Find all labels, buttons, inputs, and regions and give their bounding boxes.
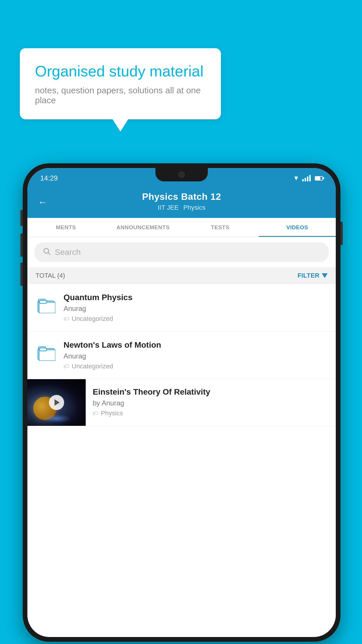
svg-rect-5 (40, 300, 47, 303)
back-button[interactable]: ← (38, 197, 47, 207)
bubble-subtitle: notes, question papers, solutions all at… (35, 85, 206, 105)
tag-icon: 🏷 (93, 410, 99, 417)
filter-bar: TOTAL (4) FILTER (27, 267, 336, 284)
item-author: Anurag (64, 352, 328, 360)
tab-videos[interactable]: VIDEOS (259, 218, 336, 237)
item-title: Newton's Laws of Motion (64, 340, 328, 350)
list-item[interactable]: Newton's Laws of Motion Anurag 🏷 Uncateg… (27, 332, 336, 379)
item-author: by Anurag (93, 399, 329, 407)
play-button[interactable] (49, 395, 64, 410)
item-title: Quantum Physics (64, 293, 328, 302)
list-item-thumb[interactable]: Einstein's Theory Of Relativity by Anura… (27, 379, 336, 426)
volume-down-button (20, 233, 23, 257)
status-icons: ▼ (293, 174, 323, 182)
tag-icon: 🏷 (64, 363, 69, 370)
phone-mockup: 14:29 ▼ (23, 163, 340, 642)
svg-rect-4 (39, 302, 55, 313)
item-tag: 🏷 Uncategorized (64, 315, 328, 323)
phone-screen: 14:29 ▼ (27, 168, 336, 637)
filter-button[interactable]: FILTER (298, 272, 328, 279)
volume-up-button (20, 210, 23, 226)
filter-icon (322, 273, 328, 278)
item-content: Einstein's Theory Of Relativity by Anura… (86, 379, 336, 425)
tag-icon: 🏷 (64, 316, 69, 322)
filter-label: FILTER (298, 272, 319, 279)
play-icon (55, 399, 60, 406)
status-time: 14:29 (40, 174, 58, 182)
item-content: Newton's Laws of Motion Anurag 🏷 Uncateg… (64, 340, 328, 370)
folder-icon (37, 297, 55, 312)
item-tag: 🏷 Physics (93, 410, 329, 417)
header-tag-iitjee: IIT JEE (158, 204, 179, 211)
header-tags: IIT JEE Physics (158, 204, 205, 211)
power-button (340, 222, 343, 245)
search-icon (43, 247, 51, 257)
item-icon-wrap (36, 294, 57, 315)
phone-notch (155, 168, 208, 181)
item-icon-wrap (36, 342, 57, 363)
search-bar[interactable]: Search (34, 242, 329, 262)
bubble-title: Organised study material (35, 62, 206, 80)
front-camera (178, 172, 185, 178)
header-title: Physics Batch 12 (142, 191, 221, 202)
svg-line-1 (48, 253, 50, 254)
tab-announcements[interactable]: ANNOUNCEMENTS (105, 218, 182, 237)
wifi-icon: ▼ (293, 174, 299, 182)
item-tag: 🏷 Uncategorized (64, 363, 328, 370)
tag-label: Uncategorized (72, 315, 113, 323)
search-bar-wrapper: Search (27, 237, 336, 267)
item-content: Quantum Physics Anurag 🏷 Uncategorized (64, 293, 328, 323)
total-count: TOTAL (4) (36, 272, 65, 279)
search-input[interactable]: Search (55, 248, 81, 257)
app-header: ← Physics Batch 12 IIT JEE Physics (27, 186, 336, 218)
tag-label: Physics (101, 410, 123, 417)
signal-icon (302, 175, 311, 181)
list-item[interactable]: Quantum Physics Anurag 🏷 Uncategorized (27, 284, 336, 332)
tag-label: Uncategorized (72, 363, 113, 370)
svg-rect-8 (39, 350, 55, 361)
speech-bubble: Organised study material notes, question… (20, 48, 221, 119)
tab-tests[interactable]: TESTS (182, 218, 259, 237)
tabs-bar: MENTS ANNOUNCEMENTS TESTS VIDEOS (27, 218, 336, 237)
battery-icon (315, 176, 323, 181)
folder-icon (37, 344, 55, 360)
glow-visual (42, 414, 71, 423)
tab-ments[interactable]: MENTS (27, 218, 105, 237)
content-list: Quantum Physics Anurag 🏷 Uncategorized (27, 284, 336, 637)
phone-outer: 14:29 ▼ (23, 163, 340, 642)
svg-rect-9 (40, 348, 47, 351)
thumbnail (27, 379, 86, 426)
silent-button (20, 262, 23, 286)
item-author: Anurag (64, 304, 328, 313)
item-title: Einstein's Theory Of Relativity (93, 387, 329, 397)
header-tag-physics: Physics (183, 204, 205, 211)
